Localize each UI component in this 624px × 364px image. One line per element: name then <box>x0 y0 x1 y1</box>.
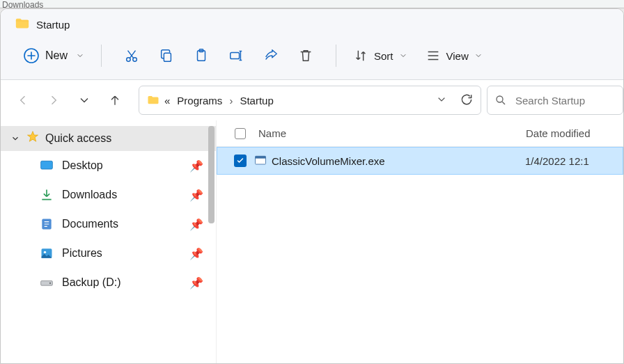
check-icon <box>236 157 244 165</box>
sidebar-item-documents[interactable]: Documents 📌 <box>1 209 216 239</box>
sort-indicator-icon: ˆ <box>443 120 446 127</box>
svg-point-12 <box>44 251 46 253</box>
sidebar-item-label: Documents <box>62 218 118 230</box>
sidebar-item-pictures[interactable]: Pictures 📌 <box>1 239 216 268</box>
sidebar-item-label: Pictures <box>62 247 102 260</box>
title-bar: Startup <box>1 9 623 38</box>
search-icon <box>494 94 507 106</box>
column-headers: ˆ Name Date modified <box>217 120 623 147</box>
column-date[interactable]: Date modified <box>526 127 623 139</box>
divider <box>336 45 336 67</box>
pin-icon: 📌 <box>189 189 203 202</box>
quick-access-label: Quick access <box>45 132 111 145</box>
svg-point-7 <box>497 96 503 102</box>
file-name: ClassicVolumeMixer.exe <box>272 155 385 167</box>
chevron-down-icon <box>76 52 84 60</box>
sidebar-item-label: Backup (D:) <box>62 276 120 289</box>
exe-icon <box>254 154 267 168</box>
row-checkbox[interactable] <box>234 155 247 167</box>
address-bar[interactable]: « Programs › Startup <box>139 86 481 115</box>
sidebar-item-label: Desktop <box>62 159 103 172</box>
breadcrumb[interactable]: « Programs › Startup <box>164 95 274 106</box>
chevron-down-icon <box>399 52 407 60</box>
chevron-down-icon <box>10 134 20 143</box>
navigation-pane: Quick access Desktop 📌 Downloads 📌 Docum… <box>1 120 217 364</box>
pin-icon: 📌 <box>189 276 203 290</box>
sort-button[interactable]: Sort <box>349 45 412 66</box>
navigation-row: « Programs › Startup <box>1 80 623 120</box>
view-button[interactable]: View <box>421 45 487 66</box>
column-name[interactable]: Name <box>246 127 526 139</box>
search-box[interactable] <box>487 86 623 115</box>
select-all-checkbox[interactable] <box>235 128 246 139</box>
search-input[interactable] <box>514 94 598 107</box>
new-button-label: New <box>45 49 68 62</box>
sidebar-item-backup[interactable]: Backup (D:) 📌 <box>1 268 216 297</box>
breadcrumb-seg[interactable]: Programs <box>177 95 222 106</box>
download-icon <box>40 188 54 202</box>
cut-button[interactable] <box>116 45 148 66</box>
desktop-icon <box>40 159 54 173</box>
breadcrumb-ellipsis[interactable]: « <box>164 95 170 106</box>
document-icon <box>40 217 54 231</box>
copy-button[interactable] <box>150 45 182 66</box>
sidebar-item-label: Downloads <box>62 189 117 201</box>
file-date: 1/4/2022 12:1 <box>525 155 623 167</box>
svg-rect-16 <box>256 156 266 158</box>
sort-label: Sort <box>374 50 393 62</box>
chevron-down-icon <box>474 52 483 60</box>
up-button[interactable] <box>105 90 125 110</box>
breadcrumb-seg[interactable]: Startup <box>240 95 273 106</box>
svg-rect-8 <box>41 161 53 169</box>
pin-icon: 📌 <box>189 159 203 173</box>
quick-access-header[interactable]: Quick access <box>1 126 216 151</box>
svg-point-14 <box>49 283 51 284</box>
pictures-icon <box>40 246 54 260</box>
paste-button[interactable] <box>185 45 217 66</box>
back-button[interactable] <box>13 90 33 110</box>
delete-button[interactable] <box>290 45 322 66</box>
sidebar-item-downloads[interactable]: Downloads 📌 <box>1 180 216 209</box>
svg-rect-6 <box>231 52 240 58</box>
chevron-right-icon[interactable]: › <box>229 95 233 106</box>
explorer-window: Startup New <box>0 8 624 364</box>
recent-locations-button[interactable] <box>75 90 94 110</box>
command-bar: New S <box>1 38 623 80</box>
rename-button[interactable] <box>220 45 252 66</box>
divider <box>101 45 102 67</box>
forward-button[interactable] <box>44 90 63 110</box>
pin-icon: 📌 <box>189 218 203 231</box>
folder-icon <box>15 16 30 33</box>
file-row[interactable]: ClassicVolumeMixer.exe 1/4/2022 12:1 <box>217 147 623 175</box>
new-button[interactable]: New <box>19 45 88 67</box>
star-icon <box>26 130 40 147</box>
view-label: View <box>446 50 469 62</box>
pin-icon: 📌 <box>189 247 203 260</box>
file-list: ˆ Name Date modified ClassicVolumeMixer.… <box>217 120 623 364</box>
drive-icon <box>40 276 54 290</box>
window-title: Startup <box>36 19 70 31</box>
background-window-title: Downloads <box>0 0 624 8</box>
svg-rect-3 <box>164 53 171 61</box>
share-button[interactable] <box>255 45 287 66</box>
nav-buttons <box>13 86 133 115</box>
folder-icon <box>146 94 160 106</box>
refresh-button[interactable] <box>460 93 474 109</box>
sidebar-item-desktop[interactable]: Desktop 📌 <box>1 151 216 180</box>
address-dropdown[interactable] <box>436 94 447 107</box>
scrollbar-thumb[interactable] <box>208 126 214 223</box>
